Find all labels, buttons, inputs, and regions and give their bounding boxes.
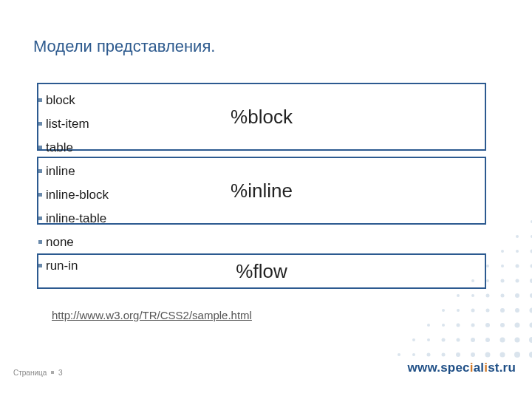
svg-point-25	[485, 323, 490, 327]
page-label: Страница	[13, 369, 47, 377]
svg-point-14	[500, 338, 505, 343]
svg-point-3	[500, 352, 505, 358]
svg-point-9	[412, 353, 415, 356]
svg-point-42	[486, 294, 490, 298]
svg-point-59	[501, 250, 504, 253]
brand-part: st.ru	[488, 361, 516, 375]
svg-point-13	[515, 338, 520, 343]
svg-point-2	[514, 352, 520, 358]
list-item: inline-block	[38, 183, 482, 207]
svg-point-12	[529, 337, 532, 343]
svg-point-32	[515, 308, 519, 313]
svg-point-43	[471, 294, 474, 297]
list-item: none	[38, 231, 482, 254]
svg-point-29	[427, 324, 430, 327]
svg-point-41	[501, 294, 505, 298]
list-item: block	[38, 89, 482, 112]
list-item: inline-table	[38, 207, 482, 231]
bullet-icon	[51, 371, 54, 374]
list-item: inline	[38, 160, 482, 183]
svg-point-28	[442, 324, 445, 327]
svg-point-40	[515, 293, 519, 298]
svg-point-6	[456, 352, 460, 357]
svg-point-15	[485, 338, 490, 342]
svg-point-17	[457, 338, 460, 342]
brand-part: www.spec	[408, 361, 470, 375]
svg-point-37	[442, 309, 445, 312]
svg-point-18	[442, 338, 446, 342]
page-number: Страница 3	[13, 369, 62, 377]
svg-point-26	[471, 324, 475, 327]
svg-point-4	[485, 352, 491, 358]
svg-point-48	[501, 279, 505, 283]
svg-point-16	[471, 338, 475, 342]
display-values-list: block list-item table inline inline-bloc…	[38, 89, 482, 278]
svg-point-53	[516, 265, 519, 268]
svg-point-55	[486, 265, 489, 267]
svg-point-35	[471, 309, 475, 313]
list-item: run-in	[38, 254, 482, 278]
svg-point-44	[457, 294, 460, 297]
svg-point-33	[500, 308, 505, 313]
svg-point-47	[516, 279, 519, 283]
brand-part: al	[474, 361, 485, 375]
svg-point-10	[398, 353, 400, 356]
svg-point-54	[501, 265, 504, 267]
slide-title: Модели представления.	[33, 37, 215, 56]
footer: Страница 3 www.specialist.ru	[0, 369, 532, 399]
page-number-value: 3	[58, 369, 63, 377]
reference-link[interactable]: http://www.w3.org/TR/CSS2/sample.html	[52, 309, 252, 321]
svg-point-34	[486, 309, 490, 313]
svg-point-27	[457, 324, 460, 327]
svg-point-49	[486, 279, 489, 282]
svg-point-36	[457, 309, 460, 312]
svg-point-19	[427, 338, 430, 341]
svg-point-23	[515, 323, 520, 328]
svg-point-22	[530, 323, 533, 328]
svg-point-1	[529, 352, 532, 358]
svg-point-20	[412, 338, 415, 341]
svg-point-58	[516, 250, 519, 253]
svg-point-31	[530, 308, 533, 313]
svg-point-24	[500, 323, 505, 327]
svg-point-8	[427, 353, 431, 357]
list-item: list-item	[38, 112, 482, 136]
list-item: table	[38, 136, 482, 160]
svg-point-5	[471, 352, 475, 357]
svg-point-7	[442, 353, 446, 357]
brand-url: www.specialist.ru	[408, 361, 516, 375]
svg-point-62	[516, 235, 519, 238]
